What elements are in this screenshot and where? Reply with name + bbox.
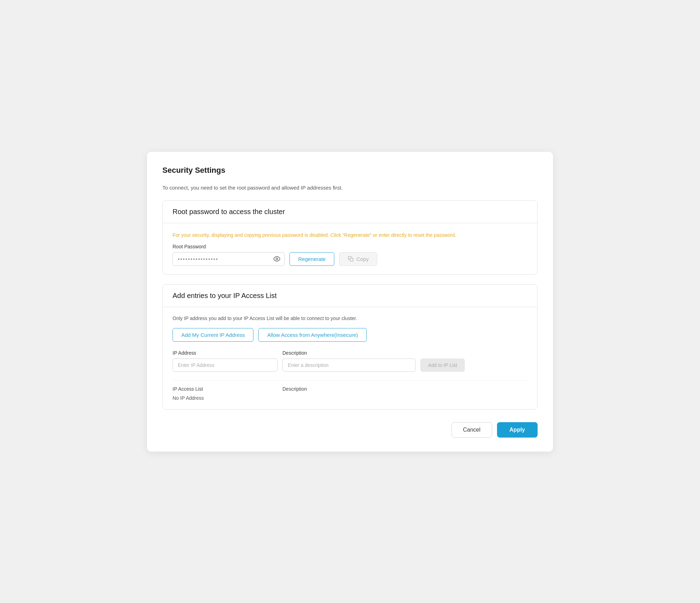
copy-icon [348, 256, 354, 262]
password-row: Regenerate Copy [173, 252, 527, 266]
root-password-body: For your security, displaying and copyin… [163, 223, 537, 274]
add-to-ip-list-button[interactable]: Add to IP List [420, 359, 465, 372]
ip-list-empty-message: No IP Address [173, 395, 527, 401]
ip-desc-label: Description [282, 350, 415, 356]
ip-description-input[interactable] [282, 359, 415, 372]
password-input-wrapper [173, 252, 285, 266]
ip-action-buttons: Add My Current IP Address Allow Access f… [173, 328, 527, 342]
ip-address-input[interactable] [173, 359, 278, 372]
root-password-label: Root Password [173, 244, 527, 249]
ip-address-field-group: IP Address [173, 350, 278, 372]
security-notice: For your security, displaying and copyin… [173, 232, 527, 239]
toggle-password-visibility-button[interactable] [273, 255, 281, 263]
allow-anywhere-button[interactable]: Allow Access from Anywhere(Insecure) [258, 328, 366, 342]
root-password-input[interactable] [173, 252, 285, 266]
ip-access-card: Add entries to your IP Access List Only … [162, 284, 538, 410]
page-subtitle: To connect, you need to set the root pas… [162, 185, 538, 191]
ip-list-header-ip: IP Access List [173, 386, 278, 392]
ip-description-field-group: Description [282, 350, 415, 372]
svg-rect-1 [350, 258, 353, 261]
security-settings-modal: Security Settings To connect, you need t… [147, 152, 553, 452]
apply-button[interactable]: Apply [497, 422, 538, 438]
ip-access-body: Only IP address you add to your IP Acces… [163, 307, 537, 409]
cancel-button[interactable]: Cancel [451, 422, 492, 438]
add-current-ip-button[interactable]: Add My Current IP Address [173, 328, 253, 342]
ip-list-headers: IP Access List Description [173, 386, 527, 392]
ip-access-title: Add entries to your IP Access List [173, 292, 277, 299]
page-title: Security Settings [162, 166, 538, 175]
ip-list-header-desc: Description [282, 386, 527, 392]
copy-button[interactable]: Copy [339, 252, 377, 266]
modal-footer: Cancel Apply [162, 419, 538, 438]
root-password-header: Root password to access the cluster [163, 201, 537, 223]
ip-address-label: IP Address [173, 350, 278, 356]
eye-icon [273, 255, 280, 262]
svg-point-0 [276, 258, 278, 260]
ip-list-section: IP Access List Description No IP Address [173, 380, 527, 401]
ip-access-header: Add entries to your IP Access List [163, 285, 537, 307]
root-password-title: Root password to access the cluster [173, 208, 285, 215]
copy-btn-label: Copy [356, 256, 369, 262]
ip-fields-row: IP Address Description Add to IP List [173, 350, 527, 372]
root-password-card: Root password to access the cluster For … [162, 200, 538, 275]
ip-description: Only IP address you add to your IP Acces… [173, 315, 527, 321]
regenerate-button[interactable]: Regenerate [289, 252, 334, 266]
